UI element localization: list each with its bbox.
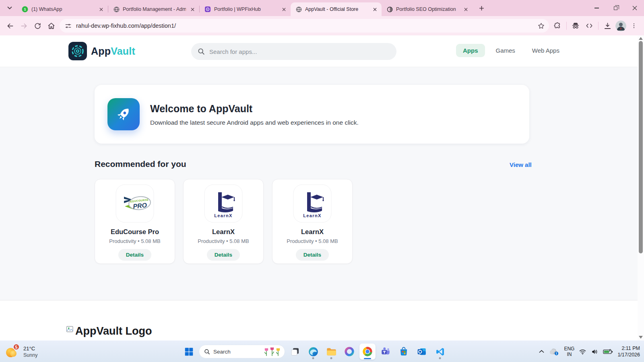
store-icon [398,346,409,357]
tab-close-icon[interactable] [189,6,196,13]
details-button[interactable]: Details [207,249,240,261]
vscode-button[interactable] [432,343,448,360]
tab-title: (1) WhatsApp [31,6,95,12]
details-button[interactable]: Details [296,249,329,261]
extensions-button[interactable] [551,19,564,33]
speaker-icon [591,348,599,356]
tab-wpfixhub[interactable]: Portfolio | WPFixHub [200,2,291,16]
taskbar-search[interactable]: Search [199,345,285,358]
new-tab-button[interactable] [476,2,487,14]
tab-search-button[interactable] [4,2,15,14]
tab-seo-optimization[interactable]: Portfolio SEO Optimization [382,2,473,16]
refresh-button[interactable] [31,19,44,33]
app-card-educourse-pro[interactable]: EDUCOURSE PRO EduCourse Pro Productivity… [95,179,175,264]
site-info-icon[interactable] [65,23,72,29]
microsoft-store-button[interactable] [396,343,412,360]
chrome-button[interactable] [359,343,376,360]
language-indicator[interactable]: ENG IN [564,346,574,357]
page-scrollbar[interactable] [638,35,644,340]
site-logo[interactable]: AppVault [68,42,135,60]
home-icon [47,22,56,30]
start-button[interactable] [181,343,197,360]
tab-appvault-active[interactable]: AppVault - Official Store [291,2,382,16]
scrollbar-thumb[interactable] [639,41,643,253]
welcome-banner: Welcome to AppVault Download the latest … [95,85,529,144]
clock-time: 2:11 PM [617,345,640,352]
svg-text:LearnX: LearnX [214,213,233,218]
bookmark-button[interactable] [535,20,547,31]
battery-tray-button[interactable] [603,349,613,355]
edge-button[interactable] [305,343,321,360]
url-text[interactable]: rahul-dev.wp-fixhub.com/app/destion1/ [76,23,535,29]
close-icon [632,6,637,10]
nav-games[interactable]: Games [496,47,515,54]
window-minimize-button[interactable] [587,0,606,16]
running-indicator [330,357,332,359]
app-meta: Productivity • 5.08 MB [272,238,352,244]
weather-text: 21°C Sunny [23,346,37,358]
tab-close-icon[interactable] [372,6,378,13]
globe-icon [295,6,302,12]
weather-widget[interactable]: 5 21°C Sunny [5,344,37,359]
back-button[interactable] [3,19,17,33]
incognito-extension-button[interactable] [569,19,582,33]
code-extension-button[interactable] [582,19,596,33]
scroll-up-arrow[interactable] [639,37,643,40]
copilot-button[interactable] [341,343,357,360]
forward-button[interactable] [17,19,31,33]
window-restore-button[interactable] [606,0,625,16]
browser-toolbar: rahul-dev.wp-fixhub.com/app/destion1/ [0,16,644,35]
app-name: LearnX [272,228,352,236]
file-explorer-button[interactable] [323,343,339,360]
site-logo-text: AppVault [91,45,135,57]
app-search-bar[interactable] [191,43,396,60]
downloads-button[interactable] [601,19,614,33]
toolbar-divider [566,22,567,30]
profile-avatar[interactable] [614,19,627,32]
tab-portfolio-management[interactable]: Portfolio Management - Admin [108,2,199,16]
plus-icon [479,6,484,11]
search-icon [198,48,205,55]
tray-overflow-button[interactable] [539,350,544,353]
tab-close-icon[interactable] [98,6,105,13]
tab-title: Portfolio SEO Optimization [396,6,459,12]
browser-menu-button[interactable] [627,19,641,33]
welcome-subtitle: Download the latest secure Android apps … [150,119,359,126]
task-view-button[interactable] [287,343,303,360]
download-icon [603,22,612,30]
outlook-icon [417,346,427,357]
wifi-tray-button[interactable] [579,348,586,356]
nav-web-apps[interactable]: Web Apps [532,47,559,54]
toolbar-divider [598,22,599,30]
search-input[interactable] [209,48,390,55]
system-tray: ENG IN 2:11 PM 1/17/2026 [539,343,640,360]
teams-button[interactable] [378,343,394,360]
vscode-icon [435,347,445,357]
view-all-link[interactable]: View all [510,161,532,168]
nav-apps[interactable]: Apps [456,44,485,57]
windows-logo-icon [184,347,194,357]
volume-tray-button[interactable] [591,348,599,356]
site-footer: AppVault Logo [0,300,638,340]
scroll-down-arrow[interactable] [639,336,643,339]
app-name: LearnX [184,228,263,236]
language-line1: ENG [564,346,574,352]
onedrive-tray-button[interactable] [549,348,559,356]
app-name: EduCourse Pro [95,228,175,236]
outlook-button[interactable] [414,343,430,360]
details-button[interactable]: Details [118,249,151,261]
tab-whatsapp[interactable]: 1 (1) WhatsApp [17,2,108,16]
windows-taskbar: 5 21°C Sunny Search [0,340,644,362]
taskbar-clock[interactable]: 2:11 PM 1/17/2026 [617,345,640,358]
home-button[interactable] [44,19,58,33]
app-card-learnx-1[interactable]: LearnX LearnX Productivity • 5.08 MB Det… [183,179,264,264]
tab-close-icon[interactable] [462,6,469,13]
app-card-learnx-2[interactable]: LearnX LearnX Productivity • 5.08 MB Det… [272,179,353,264]
learnx-app-icon: LearnX [293,184,332,223]
window-close-button[interactable] [625,0,644,16]
address-bar[interactable]: rahul-dev.wp-fixhub.com/app/destion1/ [60,19,549,33]
footer-logo-alt-text: AppVault Logo [75,325,152,337]
notification-badge: 5 [13,343,20,350]
tab-title: AppVault - Official Store [305,6,368,12]
tab-close-icon[interactable] [281,6,287,13]
